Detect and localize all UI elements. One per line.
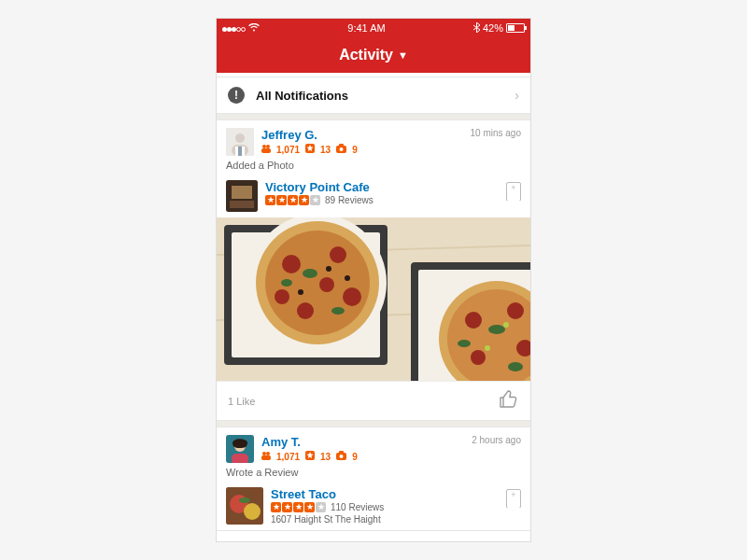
svg-point-45 [458, 340, 471, 347]
business-info: Street Taco 110 Reviews 1607 Haight St T… [271, 487, 506, 525]
post-header: Amy T. 1,071 13 9 2 hours ago [217, 427, 530, 467]
status-time: 9:41 AM [347, 22, 385, 34]
svg-point-28 [319, 277, 334, 292]
svg-point-61 [244, 503, 261, 520]
svg-point-27 [275, 289, 289, 304]
nav-bar[interactable]: Activity ▼ [217, 37, 530, 73]
phone-frame: 9:41 AM 42% Activity ▼ ! All Notificatio… [217, 19, 530, 541]
status-right: 42% [473, 22, 525, 35]
svg-point-29 [303, 269, 317, 278]
friends-icon [261, 451, 271, 462]
business-row[interactable]: Victory Point Cafe 89 Reviews + [217, 176, 530, 217]
business-address: 1607 Haight St The Haight [271, 514, 506, 525]
action-text: Added a Photo [217, 160, 530, 176]
username-link[interactable]: Jeffrey G. [261, 128, 471, 142]
bookmark-button[interactable]: + [506, 182, 521, 201]
bookmark-button[interactable]: + [506, 489, 521, 508]
svg-point-48 [503, 322, 509, 328]
nav-title: Activity [339, 47, 393, 63]
user-stats: 1,071 13 9 [261, 144, 471, 155]
svg-point-41 [507, 302, 524, 319]
svg-point-26 [297, 302, 314, 319]
like-row: 1 Like [217, 381, 530, 420]
photos-icon [336, 451, 346, 462]
post-header: Jeffrey G. 1,071 13 9 10 mins ago [217, 120, 530, 160]
svg-rect-13 [230, 201, 254, 208]
svg-rect-51 [232, 454, 248, 463]
signal-dots-icon [222, 22, 246, 34]
svg-point-34 [345, 275, 350, 281]
business-thumb [226, 487, 263, 525]
friends-count: 1,071 [276, 452, 300, 462]
svg-rect-57 [339, 451, 344, 454]
reviews-icon [305, 144, 315, 155]
avatar[interactable] [226, 128, 254, 156]
all-notifications-label: All Notifications [256, 89, 514, 103]
feed: ! All Notifications › Jeffrey G. 1,071 1… [217, 77, 530, 531]
like-button[interactable] [499, 389, 519, 413]
svg-point-11 [340, 147, 344, 151]
wifi-icon [248, 23, 260, 34]
svg-point-33 [326, 266, 331, 272]
action-text: Wrote a Review [217, 467, 530, 483]
username-link[interactable]: Amy T. [261, 435, 472, 449]
svg-point-62 [239, 497, 250, 503]
review-count: 89 Reviews [325, 195, 374, 205]
reviews-icon [305, 451, 315, 462]
business-row[interactable]: Street Taco 110 Reviews 1607 Haight St T… [217, 483, 530, 530]
chevron-down-icon: ▼ [398, 49, 408, 61]
business-info: Victory Point Cafe 89 Reviews [265, 180, 506, 205]
bluetooth-icon [473, 22, 480, 35]
svg-rect-54 [261, 455, 271, 460]
svg-point-25 [343, 287, 361, 306]
rating-line: 110 Reviews [271, 502, 506, 512]
rating-line: 89 Reviews [265, 195, 506, 205]
photos-icon [336, 144, 346, 155]
alert-icon: ! [228, 87, 245, 104]
user-line: Amy T. 1,071 13 9 [261, 435, 472, 462]
svg-point-43 [471, 350, 486, 365]
time-ago: 10 mins ago [471, 128, 521, 138]
user-line: Jeffrey G. 1,071 13 9 [261, 128, 471, 155]
business-thumb [226, 180, 258, 212]
svg-point-46 [508, 362, 523, 371]
stars-icon [271, 502, 326, 512]
avatar[interactable] [226, 435, 254, 463]
stars-icon [265, 195, 320, 205]
status-left [222, 22, 260, 34]
svg-point-40 [465, 312, 482, 329]
svg-point-24 [330, 246, 346, 263]
friends-icon [261, 144, 271, 155]
business-name-link[interactable]: Victory Point Cafe [265, 180, 506, 194]
svg-point-53 [266, 452, 270, 455]
photos-count: 9 [352, 452, 358, 462]
battery-icon [506, 23, 525, 33]
post-photo[interactable] [217, 217, 530, 381]
battery-percent: 42% [483, 22, 503, 34]
svg-rect-10 [339, 144, 344, 147]
status-bar: 9:41 AM 42% [217, 19, 530, 37]
feed-card: Jeffrey G. 1,071 13 9 10 mins ago Added … [217, 119, 530, 421]
svg-point-52 [262, 452, 266, 455]
svg-point-30 [331, 307, 345, 315]
svg-point-58 [340, 455, 344, 458]
chevron-right-icon: › [514, 88, 519, 103]
friends-count: 1,071 [276, 145, 300, 155]
review-count: 110 Reviews [331, 502, 384, 512]
svg-rect-7 [261, 148, 271, 153]
like-count: 1 Like [228, 396, 255, 407]
business-name-link[interactable]: Street Taco [271, 487, 506, 501]
svg-point-31 [281, 279, 292, 287]
user-stats: 1,071 13 9 [261, 451, 472, 462]
svg-rect-14 [232, 186, 252, 199]
svg-point-6 [266, 145, 270, 148]
svg-point-23 [282, 255, 301, 273]
time-ago: 2 hours ago [472, 435, 521, 445]
reviews-count: 13 [320, 452, 331, 462]
reviews-count: 13 [320, 145, 331, 155]
svg-point-44 [488, 325, 505, 334]
all-notifications-row[interactable]: ! All Notifications › [217, 77, 530, 114]
svg-point-5 [262, 145, 266, 148]
svg-point-32 [298, 289, 303, 295]
svg-point-47 [485, 345, 490, 351]
